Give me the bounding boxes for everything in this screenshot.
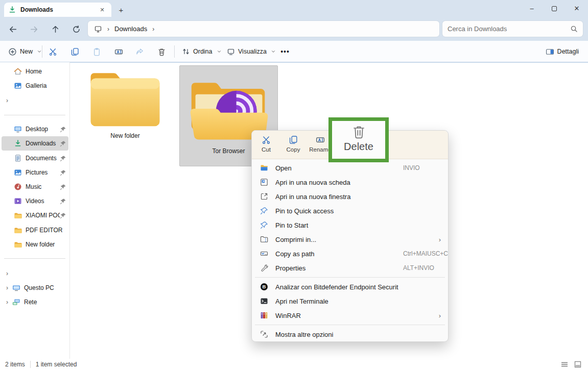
up-button[interactable]: [48, 21, 63, 37]
sidebar-item-galleria[interactable]: Galleria: [2, 79, 68, 93]
folder-icon: [14, 226, 22, 234]
pin-icon[interactable]: [60, 212, 66, 219]
chevron-right-icon: ›: [3, 270, 11, 277]
pin-icon[interactable]: [60, 169, 66, 176]
svg-text:B: B: [263, 284, 266, 289]
address-bar[interactable]: › Downloads ›: [88, 21, 439, 37]
rename-button[interactable]: [109, 43, 128, 60]
trash-icon: [157, 47, 166, 56]
gallery-icon: [14, 82, 22, 90]
details-view-toggle[interactable]: [560, 361, 569, 368]
menu-item-open[interactable]: Open INVIO: [254, 161, 446, 175]
back-button[interactable]: [5, 21, 20, 37]
sidebar-item-rete[interactable]: › Rete: [2, 295, 68, 309]
menu-item-open-new-window[interactable]: Apri in una nuova finestra: [254, 189, 446, 204]
delete-button[interactable]: [152, 43, 171, 60]
menu-item-open-new-tab[interactable]: Apri in una nuova scheda: [254, 175, 446, 189]
sidebar-item-desktop[interactable]: Desktop: [2, 122, 68, 136]
delete-highlight-box[interactable]: Delete: [328, 117, 389, 162]
wrench-icon: [260, 264, 268, 272]
paste-button[interactable]: [87, 43, 106, 60]
open-new-window-icon: [260, 192, 268, 201]
close-button[interactable]: ✕: [566, 0, 588, 17]
sidebar-group-chevron[interactable]: ›: [2, 266, 68, 281]
menu-item-pin-to-start[interactable]: Pin to Start: [254, 218, 446, 232]
sidebar-item-videos[interactable]: Videos: [2, 194, 68, 208]
large-icons-view-toggle[interactable]: [574, 361, 582, 368]
sidebar-item-documents[interactable]: Documents: [2, 151, 68, 165]
pin-icon[interactable]: [60, 126, 66, 133]
copy-button[interactable]: [65, 43, 84, 60]
search-box[interactable]: [442, 21, 583, 37]
forward-button[interactable]: [26, 21, 41, 37]
search-input[interactable]: [448, 25, 570, 33]
pin-icon: [260, 207, 268, 215]
status-bar: 2 items 1 item selected: [0, 359, 588, 370]
pin-icon[interactable]: [60, 155, 66, 162]
menu-separator: [255, 325, 445, 325]
sidebar-item-pdf-editor[interactable]: PDF EDITOR: [2, 223, 68, 237]
menu-item-open-terminal[interactable]: Apri nel Terminale: [254, 294, 446, 308]
rename-icon: [316, 135, 325, 144]
chevron-right-icon: ›: [3, 284, 11, 291]
file-name: New folder: [110, 132, 139, 139]
menu-item-compress[interactable]: Comprimi in... ›: [254, 232, 446, 246]
cut-button[interactable]: [43, 43, 62, 60]
sidebar-item-downloads[interactable]: Downloads: [2, 136, 68, 151]
open-new-tab-icon: [260, 178, 268, 186]
sort-button[interactable]: Ordina: [178, 43, 226, 60]
copy-icon: [289, 135, 298, 144]
sidebar-item-home[interactable]: Home: [2, 64, 68, 79]
view-button[interactable]: Visualizza: [223, 43, 280, 60]
music-icon: [14, 183, 22, 191]
details-pane-button[interactable]: Dettagli: [542, 43, 583, 60]
pictures-icon: [14, 168, 22, 177]
menu-item-show-more-options[interactable]: Mostra altre opzioni: [254, 327, 446, 341]
chevron-right-icon: ›: [3, 97, 11, 104]
sidebar-item-questo-pc[interactable]: › Questo PC: [2, 281, 68, 295]
pin-icon[interactable]: [60, 140, 66, 147]
menu-item-copy-as-path[interactable]: Copy as path Ctrl+MAIUSC+C: [254, 246, 446, 261]
toolbar-separator: [42, 45, 42, 58]
navigation-pane: Home Galleria › Desktop Downloads Docume…: [0, 62, 70, 359]
pin-icon[interactable]: [60, 184, 66, 190]
documents-icon: [14, 154, 22, 162]
breadcrumb-chevron-icon[interactable]: ›: [152, 26, 154, 33]
copy-icon: [70, 47, 79, 56]
tab-downloads[interactable]: Downloads ✕: [4, 3, 111, 17]
terminal-icon: [260, 297, 268, 305]
new-button-label: New: [20, 48, 33, 55]
sidebar-item-new-folder[interactable]: New folder: [2, 237, 68, 252]
this-pc-icon: [94, 25, 102, 33]
submenu-chevron-icon: ›: [439, 312, 441, 319]
title-bar: Downloads ✕ + – ✕: [0, 0, 588, 17]
sidebar-item-pictures[interactable]: Pictures: [2, 165, 68, 180]
file-tile-new-folder[interactable]: New folder: [85, 67, 166, 168]
new-button[interactable]: New: [4, 43, 46, 60]
chevron-right-icon: ›: [3, 299, 11, 306]
home-icon: [14, 67, 22, 76]
sidebar-item-xiaomi[interactable]: XIAOMI POCO F: [2, 208, 68, 223]
menu-item-properties[interactable]: Properties ALT+INVIO: [254, 261, 446, 275]
maximize-button[interactable]: [543, 0, 566, 17]
sidebar-item-music[interactable]: Music: [2, 180, 68, 194]
share-button[interactable]: [130, 43, 149, 60]
quick-copy-button[interactable]: Copy: [280, 134, 307, 157]
refresh-button[interactable]: [68, 21, 84, 37]
zip-folder-icon: [260, 235, 268, 243]
menu-item-winrar[interactable]: WinRAR ›: [254, 308, 446, 323]
sidebar-group-chevron[interactable]: ›: [2, 93, 68, 108]
share-icon: [135, 47, 144, 56]
quick-cut-button[interactable]: Cut: [253, 134, 279, 157]
new-tab-button[interactable]: +: [115, 4, 127, 15]
sort-icon: [182, 47, 190, 56]
menu-item-pin-quick-access[interactable]: Pin to Quick access: [254, 204, 446, 218]
more-options-button[interactable]: •••: [276, 43, 294, 60]
breadcrumb-downloads[interactable]: Downloads: [114, 25, 147, 33]
tab-close-button[interactable]: ✕: [97, 5, 107, 15]
tab-title: Downloads: [20, 6, 97, 13]
menu-item-bitdefender-scan[interactable]: B Analizar con Bitdefender Endpoint Secu…: [254, 280, 446, 294]
pin-icon[interactable]: [60, 198, 66, 205]
trash-icon: [352, 125, 366, 140]
minimize-button[interactable]: –: [521, 0, 543, 17]
